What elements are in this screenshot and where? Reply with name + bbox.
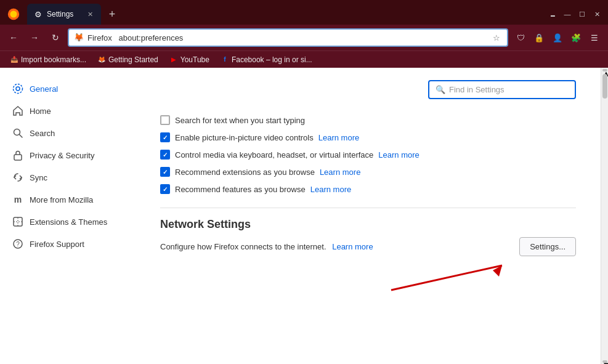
sidebar-home-label: Home (30, 107, 51, 116)
nav-bar: ← → ↻ 🦊 Firefox about:preferences ☆ 🛡 🔒 … (0, 25, 608, 51)
firefox-logo (5, 6, 22, 23)
scroll-down-arrow[interactable]: ▼ (602, 360, 607, 363)
features-rec-label: Recommend features as you browse (175, 185, 306, 194)
sidebar-item-home[interactable]: Home (2, 100, 133, 122)
address-favicon: 🦊 (74, 33, 84, 42)
settings-tab[interactable]: ⚙ Settings ✕ (27, 4, 101, 25)
extensions-icon[interactable]: 🧩 (567, 29, 585, 46)
menu-icon[interactable]: ☰ (586, 29, 603, 46)
sidebar-search-label: Search (30, 129, 55, 138)
bookmark-getting-started[interactable]: 🦊 Getting Started (92, 54, 163, 65)
settings-tab-title: Settings (47, 10, 81, 18)
extensions-sidebar-icon (12, 216, 23, 227)
network-settings-button[interactable]: Settings... (519, 237, 576, 256)
option-row-search-text: Search for text when you start typing (160, 111, 576, 129)
network-desc-container: Configure how Firefox connects to the in… (160, 242, 373, 251)
shield-icon[interactable]: 🛡 (512, 29, 529, 46)
svg-rect-7 (14, 217, 22, 226)
media-label: Control media via keyboard, headset, or … (175, 150, 373, 160)
sidebar-item-sync[interactable]: Sync (2, 166, 133, 188)
facebook-icon: f (221, 55, 229, 64)
media-checkbox[interactable] (160, 150, 170, 160)
extensions-checkbox[interactable] (160, 167, 170, 177)
extensions-learn-more[interactable]: Learn more (320, 168, 360, 177)
close-button[interactable]: ✕ (591, 8, 603, 20)
find-in-settings-bar[interactable]: 🔍 (428, 80, 576, 99)
arrow-svg (367, 259, 539, 293)
pip-learn-more[interactable]: Learn more (318, 133, 359, 142)
scroll-thumb[interactable] (602, 74, 607, 99)
profile-icon[interactable]: 👤 (549, 29, 566, 46)
bookmark-star-icon[interactable]: ☆ (491, 32, 502, 43)
find-icon: 🔍 (436, 85, 445, 94)
features-learn-more[interactable]: Learn more (310, 185, 351, 194)
address-protocol: Firefox about:preferences (87, 33, 487, 42)
lock-icon[interactable]: 🔒 (530, 29, 548, 46)
sidebar-item-privacy[interactable]: Privacy & Security (2, 144, 133, 166)
bookmark-import-label: Import bookmarks... (21, 55, 86, 64)
reload-button[interactable]: ↻ (47, 29, 64, 46)
dropdown-icon[interactable]: 🗕 (546, 8, 559, 20)
bookmark-youtube[interactable]: ▶ YouTube (164, 54, 214, 65)
option-row-pip: Enable picture-in-picture video controls… (160, 129, 576, 146)
scrollbar[interactable]: ▲ ▼ (601, 68, 608, 364)
sidebar-item-search[interactable]: Search (2, 122, 133, 144)
pip-checkbox[interactable] (160, 132, 170, 142)
option-row-extensions: Recommend extensions as you browse Learn… (160, 163, 576, 180)
sidebar-general-label: General (30, 84, 58, 94)
sidebar-privacy-label: Privacy & Security (30, 151, 94, 160)
sidebar-sync-label: Sync (30, 173, 47, 182)
minimize-button[interactable]: — (561, 8, 574, 20)
bookmark-import[interactable]: 📥 Import bookmarks... (5, 54, 91, 65)
window-controls: 🗕 — ☐ ✕ (546, 8, 603, 20)
maximize-button[interactable]: ☐ (576, 8, 588, 20)
general-icon (12, 83, 23, 94)
tab-close-button[interactable]: ✕ (85, 9, 95, 19)
features-checkbox[interactable] (160, 184, 170, 194)
search-bar-container: 🔍 (160, 80, 576, 99)
svg-line-10 (391, 265, 502, 290)
forward-button[interactable]: → (26, 29, 43, 46)
address-bar[interactable]: 🦊 Firefox about:preferences ☆ (68, 28, 508, 47)
svg-point-2 (16, 87, 20, 91)
sidebar-item-general[interactable]: General (2, 78, 133, 100)
settings-page: General Home Search (0, 68, 608, 364)
sidebar-item-mozilla[interactable]: m More from Mozilla (2, 188, 133, 211)
svg-point-3 (14, 84, 23, 94)
find-in-settings-input[interactable] (449, 85, 569, 94)
svg-rect-6 (14, 155, 22, 160)
back-button[interactable]: ← (5, 29, 22, 46)
bookmark-getting-started-label: Getting Started (108, 55, 158, 64)
extensions-rec-label: Recommend extensions as you browse (175, 168, 315, 177)
svg-text:?: ? (16, 241, 20, 248)
media-learn-more[interactable]: Learn more (378, 150, 419, 160)
new-tab-button[interactable]: + (103, 6, 121, 23)
search-text-checkbox[interactable] (160, 115, 170, 125)
svg-point-1 (10, 11, 17, 18)
sidebar-item-extensions[interactable]: Extensions & Themes (2, 211, 133, 233)
tab-bar: ⚙ Settings ✕ + 🗕 — ☐ ✕ (0, 0, 608, 25)
firefox-bookmark-icon: 🦊 (97, 55, 106, 64)
network-settings-title: Network Settings (160, 218, 576, 231)
settings-tab-icon: ⚙ (33, 9, 43, 19)
bookmark-facebook-label: Facebook – log in or si... (232, 55, 312, 64)
lock-sidebar-icon (12, 150, 23, 161)
pip-label: Enable picture-in-picture video controls (175, 133, 314, 142)
sync-icon (12, 172, 23, 183)
home-icon (12, 105, 23, 116)
network-learn-more[interactable]: Learn more (332, 242, 373, 251)
sidebar-support-label: Firefox Support (30, 240, 84, 249)
bookmark-youtube-label: YouTube (180, 55, 209, 64)
option-row-features: Recommend features as you browse Learn m… (160, 180, 576, 198)
sidebar-item-support[interactable]: ? Firefox Support (2, 233, 133, 255)
option-row-media: Control media via keyboard, headset, or … (160, 146, 576, 163)
scroll-up-arrow[interactable]: ▲ (602, 69, 607, 71)
network-settings-row: Configure how Firefox connects to the in… (160, 237, 576, 256)
import-icon: 📥 (10, 55, 18, 64)
support-icon: ? (12, 238, 23, 249)
youtube-icon: ▶ (169, 55, 178, 64)
address-icons: ☆ (491, 32, 502, 43)
bookmark-facebook[interactable]: f Facebook – log in or si... (216, 54, 317, 65)
section-divider (160, 208, 576, 208)
svg-line-5 (20, 135, 23, 138)
